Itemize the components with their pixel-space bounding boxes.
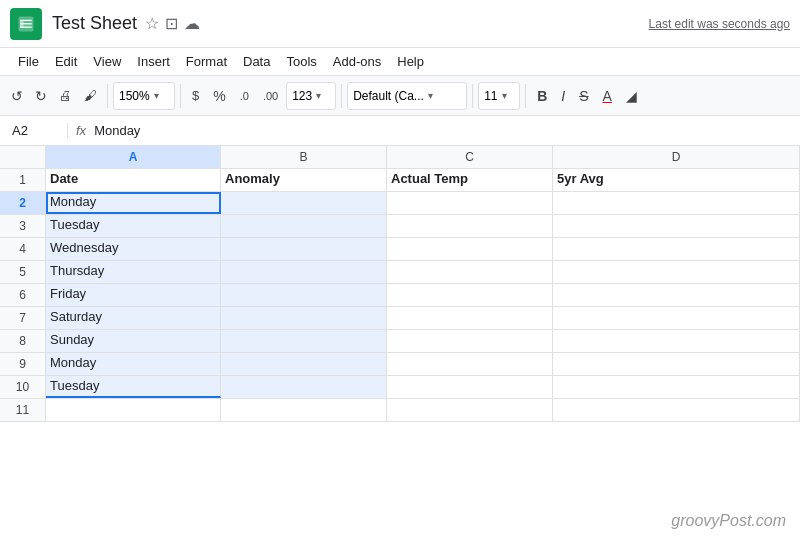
row-number[interactable]: 9: [0, 353, 46, 375]
cell-b5[interactable]: [221, 261, 387, 283]
star-icon[interactable]: ☆: [145, 14, 159, 33]
cell-c3[interactable]: [387, 215, 553, 237]
document-title[interactable]: Test Sheet: [52, 13, 137, 34]
redo-button[interactable]: ↻: [30, 85, 52, 107]
cell-c9[interactable]: [387, 353, 553, 375]
cell-d6[interactable]: [553, 284, 800, 306]
bold-button[interactable]: B: [531, 82, 553, 110]
cell-d7[interactable]: [553, 307, 800, 329]
cell-b10[interactable]: [221, 376, 387, 398]
menu-help[interactable]: Help: [389, 52, 432, 71]
menu-insert[interactable]: Insert: [129, 52, 178, 71]
cell-b11[interactable]: [221, 399, 387, 421]
text-color-button[interactable]: A: [597, 82, 618, 110]
print-button[interactable]: 🖨: [54, 85, 77, 106]
row-number[interactable]: 11: [0, 399, 46, 421]
font-dropdown[interactable]: Default (Ca... ▾: [347, 82, 467, 110]
row-number[interactable]: 4: [0, 238, 46, 260]
fx-label: fx: [68, 123, 94, 138]
cell-c10[interactable]: [387, 376, 553, 398]
cell-b4[interactable]: [221, 238, 387, 260]
cell-reference-input[interactable]: [8, 123, 68, 138]
dec-decimals-button[interactable]: .0: [234, 82, 255, 110]
font-size-dropdown[interactable]: 11 ▾: [478, 82, 520, 110]
fill-color-button[interactable]: ◢: [620, 82, 643, 110]
cell-a6[interactable]: Friday: [46, 284, 221, 306]
cell-d1[interactable]: 5yr Avg: [553, 169, 800, 191]
row-number[interactable]: 2: [0, 192, 46, 214]
cell-d11[interactable]: [553, 399, 800, 421]
cell-c4[interactable]: [387, 238, 553, 260]
column-header-b[interactable]: B: [221, 146, 387, 168]
cell-c7[interactable]: [387, 307, 553, 329]
cell-a3[interactable]: Tuesday: [46, 215, 221, 237]
sheets-app-icon[interactable]: [10, 8, 42, 40]
cell-d10[interactable]: [553, 376, 800, 398]
cell-c11[interactable]: [387, 399, 553, 421]
row-number[interactable]: 6: [0, 284, 46, 306]
cell-d8[interactable]: [553, 330, 800, 352]
row-number[interactable]: 5: [0, 261, 46, 283]
row-number[interactable]: 3: [0, 215, 46, 237]
table-row: 9 Monday: [0, 353, 800, 376]
cell-a2[interactable]: Monday: [46, 192, 221, 214]
cloud-icon[interactable]: ☁: [184, 14, 200, 33]
cell-b6[interactable]: [221, 284, 387, 306]
formula-input[interactable]: [94, 123, 792, 138]
cell-b3[interactable]: [221, 215, 387, 237]
cell-c2[interactable]: [387, 192, 553, 214]
percent-button[interactable]: %: [207, 82, 231, 110]
cell-a4[interactable]: Wednesday: [46, 238, 221, 260]
more-formats-dropdown[interactable]: 123 ▾: [286, 82, 336, 110]
currency-button[interactable]: $: [186, 82, 205, 110]
menu-data[interactable]: Data: [235, 52, 278, 71]
cell-a10[interactable]: Tuesday: [46, 376, 221, 398]
cell-a7[interactable]: Saturday: [46, 307, 221, 329]
cell-d2[interactable]: [553, 192, 800, 214]
menu-edit[interactable]: Edit: [47, 52, 85, 71]
cell-d4[interactable]: [553, 238, 800, 260]
cell-d5[interactable]: [553, 261, 800, 283]
cell-a11[interactable]: [46, 399, 221, 421]
cell-a8[interactable]: Sunday: [46, 330, 221, 352]
column-header-c[interactable]: C: [387, 146, 553, 168]
row-number[interactable]: 8: [0, 330, 46, 352]
cell-b7[interactable]: [221, 307, 387, 329]
undo-button[interactable]: ↺: [6, 85, 28, 107]
cell-d9[interactable]: [553, 353, 800, 375]
paint-format-button[interactable]: 🖌: [79, 85, 102, 106]
menu-format[interactable]: Format: [178, 52, 235, 71]
table-row: 5 Thursday: [0, 261, 800, 284]
cell-b8[interactable]: [221, 330, 387, 352]
cell-c8[interactable]: [387, 330, 553, 352]
cell-b2[interactable]: [221, 192, 387, 214]
table-row: 4 Wednesday: [0, 238, 800, 261]
cell-c6[interactable]: [387, 284, 553, 306]
cell-d3[interactable]: [553, 215, 800, 237]
separator-3: [341, 84, 342, 108]
cell-a5[interactable]: Thursday: [46, 261, 221, 283]
menu-tools[interactable]: Tools: [278, 52, 324, 71]
inc-decimals-button[interactable]: .00: [257, 82, 284, 110]
menu-addons[interactable]: Add-ons: [325, 52, 389, 71]
row-number[interactable]: 10: [0, 376, 46, 398]
column-header-a[interactable]: A: [46, 146, 221, 168]
cell-c1[interactable]: Actual Temp: [387, 169, 553, 191]
column-headers: A B C D: [0, 146, 800, 169]
cell-a9[interactable]: Monday: [46, 353, 221, 375]
row-number[interactable]: 7: [0, 307, 46, 329]
italic-button[interactable]: I: [555, 82, 571, 110]
folder-icon[interactable]: ⊡: [165, 14, 178, 33]
cell-b1[interactable]: Anomaly: [221, 169, 387, 191]
strikethrough-button[interactable]: S: [573, 82, 594, 110]
menu-view[interactable]: View: [85, 52, 129, 71]
cell-c5[interactable]: [387, 261, 553, 283]
column-header-d[interactable]: D: [553, 146, 800, 168]
font-arrow-icon: ▾: [428, 90, 433, 101]
more-formats-arrow-icon: ▾: [316, 90, 321, 101]
zoom-dropdown[interactable]: 150% ▾: [113, 82, 175, 110]
cell-a1[interactable]: Date: [46, 169, 221, 191]
menu-file[interactable]: File: [10, 52, 47, 71]
cell-b9[interactable]: [221, 353, 387, 375]
row-number[interactable]: 1: [0, 169, 46, 191]
